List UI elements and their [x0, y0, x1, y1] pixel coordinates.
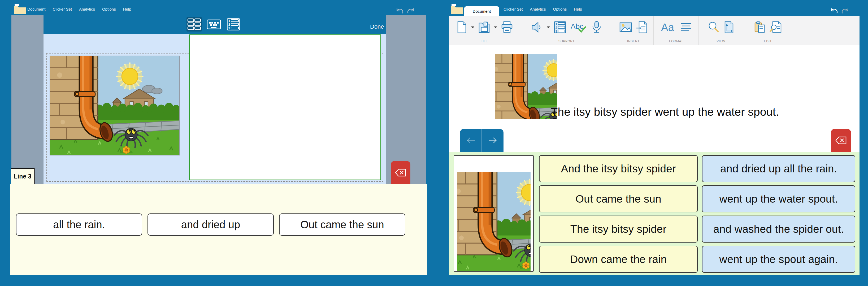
line-spacing-icon[interactable] [680, 22, 692, 33]
backspace-button[interactable] [831, 129, 851, 152]
insert-picture-icon[interactable] [619, 22, 632, 33]
ribbon-group-file: FILE [449, 16, 520, 45]
word-bank-icon[interactable]: 1 2 3 [554, 21, 566, 34]
undo-icon[interactable] [395, 7, 404, 15]
new-document-icon[interactable] [456, 21, 467, 34]
sentence-cell-label: The itsy bitsy spider [570, 223, 666, 236]
menu-analytics[interactable]: Analytics [79, 7, 95, 11]
word-cell-label: all the rain. [53, 219, 105, 231]
spider-scene-thumbnail [495, 54, 557, 119]
numbered-list-view-button[interactable]: 1 2 3 [226, 17, 241, 32]
tab-document[interactable]: Document [464, 6, 499, 16]
word-cell[interactable]: Out came the sun [279, 213, 405, 236]
sentence-cell-label: went up the water spout. [719, 193, 838, 205]
ribbon-group-support: 1 2 3 Abc [520, 16, 613, 45]
save-icon[interactable] [478, 21, 490, 34]
sentence-cell[interactable]: went up the water spout. [702, 185, 855, 212]
page-size-icon[interactable] [723, 21, 735, 34]
ribbon-group-label: INSERT [613, 39, 653, 43]
speaker-icon[interactable] [531, 21, 543, 33]
print-icon[interactable] [501, 21, 513, 34]
word-cell-label: and dried up [181, 219, 240, 231]
sentence-cell[interactable]: Down came the rain [539, 246, 698, 273]
menu-help[interactable]: Help [574, 7, 582, 11]
page-nav-group [460, 129, 503, 152]
menu-options[interactable]: Options [102, 7, 116, 11]
svg-text:3: 3 [228, 27, 230, 30]
paste-icon[interactable] [754, 21, 766, 34]
next-page-button[interactable] [482, 129, 503, 152]
undo-icon[interactable] [829, 7, 838, 15]
tab-document-label: Document [473, 9, 491, 13]
numbered-list-view-icon: 1 2 3 [227, 18, 240, 31]
sentence-cell[interactable]: The itsy bitsy spider [539, 216, 698, 243]
sentence-cell[interactable]: And the itsy bitsy spider [539, 155, 698, 182]
spider-scene-picture[interactable] [50, 56, 180, 155]
sentence-cell[interactable]: went up the spout again. [702, 246, 855, 273]
done-button[interactable]: Done [370, 23, 384, 30]
grid-view-button[interactable] [186, 17, 202, 32]
line-tab-label: Line 3 [14, 173, 31, 180]
backspace-icon [395, 169, 406, 177]
ribbon-group-insert: INSERT [613, 16, 654, 45]
sentence-cell-label: And the itsy bitsy spider [561, 163, 676, 175]
view-toolbar: 1 2 3 [186, 17, 241, 32]
grid-picture-cell[interactable] [454, 155, 534, 272]
ribbon-group-label: VIEW [699, 39, 743, 43]
right-margin-panel [386, 15, 426, 184]
open-folder-icon[interactable] [451, 4, 463, 14]
menu-clicker-set[interactable]: Clicker Set [53, 7, 72, 11]
clicker-document-window: Document Clicker Set Analytics Options H… [446, 2, 863, 277]
desktop: Document Clicker Set Analytics Options H… [0, 0, 868, 286]
arrow-left-icon [466, 137, 476, 144]
menu-document[interactable]: Document [27, 7, 45, 11]
redo-icon[interactable] [841, 7, 850, 15]
svg-text:1: 1 [556, 22, 557, 26]
keyboard-view-icon [207, 19, 221, 30]
menu-analytics[interactable]: Analytics [530, 7, 546, 11]
new-document-dropdown-icon[interactable] [471, 27, 474, 28]
svg-text:Aa: Aa [661, 22, 674, 33]
ribbon-group-format: Aa FORMAT [654, 16, 699, 45]
arrow-right-icon [488, 137, 498, 144]
svg-text:3: 3 [556, 30, 557, 33]
previous-page-button[interactable] [460, 129, 482, 152]
find-icon[interactable] [770, 21, 782, 34]
save-dropdown-icon[interactable] [494, 27, 497, 28]
word-cell-label: Out came the sun [300, 219, 384, 231]
spellcheck-icon[interactable]: Abc [570, 21, 587, 34]
sentence-cell-label: went up the spout again. [719, 253, 838, 265]
text-page-area[interactable] [189, 34, 381, 180]
sentence-cell[interactable]: and dried up all the rain. [702, 155, 855, 182]
left-margin-panel [11, 15, 43, 184]
undo-redo-group [829, 7, 850, 15]
svg-text:2: 2 [556, 26, 557, 30]
sentence-cell[interactable]: Out came the sun [539, 185, 698, 212]
ribbon-group-edit: EDIT [743, 16, 793, 45]
sentence-cell-label: Down came the rain [570, 253, 667, 265]
insert-text-icon[interactable] [636, 21, 648, 34]
keyboard-view-button[interactable] [206, 17, 221, 32]
svg-text:2: 2 [228, 23, 230, 27]
menu-bar: Document Clicker Set Analytics Options H… [27, 2, 138, 16]
speaker-dropdown-icon[interactable] [547, 27, 550, 28]
redo-icon[interactable] [407, 7, 416, 15]
microphone-icon[interactable] [591, 21, 602, 34]
menu-help[interactable]: Help [123, 7, 131, 11]
line-tab[interactable]: Line 3 [11, 168, 35, 184]
open-folder-icon[interactable] [14, 4, 26, 14]
sentence-cell-label: and dried up all the rain. [720, 163, 837, 175]
font-format-icon[interactable]: Aa [660, 22, 677, 33]
clicker-set-edit-window: Document Clicker Set Analytics Options H… [9, 2, 429, 277]
word-cell[interactable]: and dried up [148, 213, 274, 236]
menu-clicker-set[interactable]: Clicker Set [503, 7, 523, 11]
backspace-button[interactable] [391, 161, 410, 184]
sentence-cell-label: Out came the sun [576, 193, 661, 205]
spider-scene-grid-image [457, 172, 531, 271]
zoom-icon[interactable] [708, 21, 720, 33]
word-cell[interactable]: all the rain. [16, 213, 142, 236]
sentence-cell[interactable]: and washed the spider out. [702, 216, 855, 243]
backspace-icon [835, 136, 846, 144]
sentence-cell-label: and washed the spider out. [713, 223, 844, 236]
menu-options[interactable]: Options [553, 7, 567, 11]
